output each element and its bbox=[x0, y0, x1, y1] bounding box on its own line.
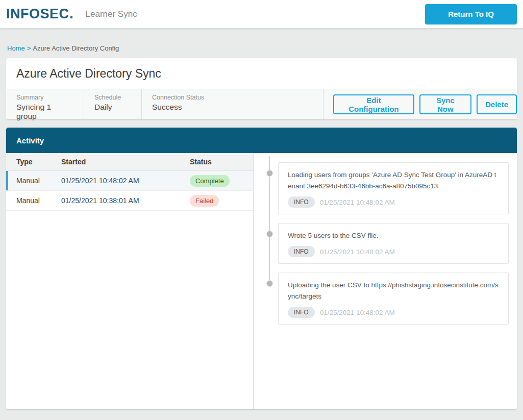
run-started: 01/25/2021 10:38:01 AM bbox=[61, 196, 190, 205]
timeline-dot-icon bbox=[267, 231, 272, 237]
run-type: Manual bbox=[6, 196, 61, 205]
log-level-badge: INFO bbox=[288, 196, 315, 208]
logo-dot-icon bbox=[70, 16, 72, 18]
activity-panel-title: Activity bbox=[6, 128, 517, 153]
column-header-status: Status bbox=[190, 158, 253, 166]
breadcrumb-separator: > bbox=[27, 44, 31, 52]
delete-button[interactable]: Delete bbox=[477, 94, 517, 114]
log-timestamp: 01/25/2021 10:48:02 AM bbox=[320, 309, 395, 316]
sync-runs-table: Type Started Status Manual 01/25/2021 10… bbox=[6, 153, 254, 409]
timeline-dot-icon bbox=[267, 281, 272, 286]
activity-body: Type Started Status Manual 01/25/2021 10… bbox=[6, 153, 517, 409]
return-to-iq-button[interactable]: Return To IQ bbox=[425, 4, 517, 24]
config-summary-bar: Summary Syncing 1 group Schedule Daily C… bbox=[6, 89, 517, 119]
summary-label: Summary bbox=[16, 94, 73, 101]
config-card: Azure Active Directory Sync Summary Sync… bbox=[6, 58, 517, 119]
breadcrumb: Home>Azure Active Directory Config bbox=[0, 29, 523, 58]
column-header-type: Type bbox=[6, 158, 61, 166]
status-badge: Failed bbox=[190, 195, 219, 207]
page-title: Azure Active Directory Sync bbox=[6, 58, 517, 89]
log-message: Wrote 5 users to the CSV file. bbox=[288, 230, 499, 241]
connection-status-field: Connection Status Success bbox=[142, 89, 323, 119]
schedule-value: Daily bbox=[94, 103, 131, 112]
log-level-badge: INFO bbox=[288, 246, 315, 257]
log-timestamp: 01/25/2021 10:48:02 AM bbox=[320, 199, 395, 206]
activity-card: Activity Type Started Status Manual 01/2… bbox=[6, 128, 517, 409]
sync-now-button[interactable]: Sync Now bbox=[419, 94, 471, 114]
connection-status-label: Connection Status bbox=[152, 94, 313, 101]
timeline-dot-icon bbox=[267, 170, 272, 176]
schedule-field: Schedule Daily bbox=[84, 89, 142, 119]
summary-value: Syncing 1 group bbox=[16, 103, 73, 121]
infosec-logo: INFOSEC bbox=[6, 6, 72, 22]
log-level-badge: INFO bbox=[288, 307, 315, 318]
log-timeline-panel: Loading users from groups 'Azure AD Sync… bbox=[254, 153, 517, 409]
run-type: Manual bbox=[6, 177, 61, 185]
table-header-row: Type Started Status bbox=[6, 153, 253, 171]
breadcrumb-current: Azure Active Directory Config bbox=[33, 44, 119, 52]
log-entry: Uploading the user CSV to https://phishs… bbox=[278, 273, 509, 325]
log-timestamp: 01/25/2021 10:48:02 AM bbox=[320, 248, 395, 256]
column-header-started: Started bbox=[61, 158, 190, 166]
table-row[interactable]: Manual 01/25/2021 10:48:02 AM Complete bbox=[6, 171, 253, 191]
table-row[interactable]: Manual 01/25/2021 10:38:01 AM Failed bbox=[6, 191, 253, 211]
app-title: Learner Sync bbox=[86, 9, 137, 19]
config-actions: Edit Configuration Sync Now Delete bbox=[323, 89, 517, 119]
log-message: Loading users from groups 'Azure AD Sync… bbox=[288, 169, 499, 192]
run-started: 01/25/2021 10:48:02 AM bbox=[61, 177, 190, 185]
edit-configuration-button[interactable]: Edit Configuration bbox=[333, 94, 414, 114]
app-header: INFOSEC Learner Sync Return To IQ bbox=[0, 0, 523, 29]
log-entry: Wrote 5 users to the CSV file. INFO 01/2… bbox=[278, 223, 509, 264]
log-message: Uploading the user CSV to https://phishs… bbox=[288, 280, 499, 302]
logo-text: INFOSEC bbox=[6, 6, 69, 22]
schedule-label: Schedule bbox=[94, 94, 131, 101]
breadcrumb-home-link[interactable]: Home bbox=[7, 44, 25, 52]
summary-field: Summary Syncing 1 group bbox=[6, 89, 84, 119]
status-badge: Complete bbox=[190, 175, 230, 187]
log-entry: Loading users from groups 'Azure AD Sync… bbox=[278, 162, 509, 214]
connection-status-value: Success bbox=[152, 103, 313, 112]
